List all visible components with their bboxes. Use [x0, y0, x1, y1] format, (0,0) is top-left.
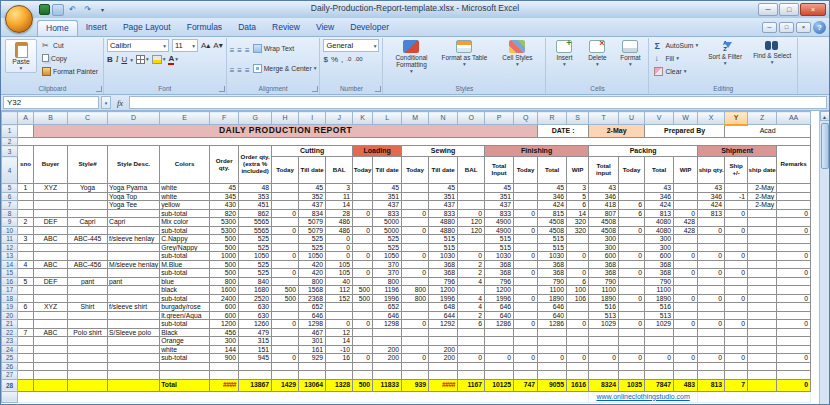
cell[interactable]: 833 — [429, 209, 458, 218]
cell[interactable]: 1429 — [272, 379, 299, 391]
cell[interactable] — [698, 260, 725, 269]
cell[interactable] — [18, 138, 811, 146]
cell[interactable]: 0 — [567, 269, 589, 278]
cell[interactable] — [645, 362, 674, 371]
cell[interactable]: 200 — [373, 345, 402, 354]
cell[interactable]: 1890 — [538, 294, 567, 303]
cell[interactable] — [18, 226, 34, 235]
row-header[interactable]: 23 — [2, 337, 18, 346]
cell[interactable] — [514, 311, 538, 320]
cell[interactable]: 0 — [402, 269, 429, 278]
cell[interactable]: Yoga — [68, 184, 108, 193]
cell[interactable]: 437 — [485, 201, 514, 210]
cell[interactable]: 790 — [645, 277, 674, 286]
cell[interactable] — [34, 371, 68, 380]
column-header-I[interactable]: I — [299, 112, 326, 125]
cell[interactable]: 4508 — [589, 218, 619, 227]
cell[interactable] — [108, 226, 160, 235]
cell[interactable] — [326, 311, 353, 320]
cell[interactable]: 0 — [725, 226, 748, 235]
cell[interactable]: 0 — [485, 354, 514, 363]
cell[interactable] — [725, 243, 748, 252]
cell[interactable]: 796 — [429, 277, 458, 286]
cell[interactable]: 45 — [538, 184, 567, 193]
column-header-Y[interactable]: Y — [725, 112, 748, 125]
cell[interactable]: 368 — [589, 260, 619, 269]
cell[interactable]: 945 — [239, 354, 272, 363]
cell[interactable]: 300 — [589, 235, 619, 244]
cell[interactable]: WIP — [567, 157, 589, 184]
cell[interactable]: 346 — [645, 192, 674, 201]
cell[interactable]: XYZ — [34, 184, 68, 193]
cell[interactable]: 652 — [299, 303, 326, 312]
cell[interactable] — [34, 192, 68, 201]
column-header-W[interactable]: W — [674, 112, 698, 125]
cell[interactable] — [18, 269, 34, 278]
scroll-up-icon[interactable]: ▲ — [820, 111, 830, 121]
cell[interactable] — [353, 243, 373, 252]
cell[interactable]: 500 — [353, 286, 373, 295]
cell[interactable]: 1328 — [326, 379, 353, 391]
cell[interactable] — [748, 286, 777, 295]
cell[interactable] — [326, 371, 353, 380]
cell[interactable] — [777, 311, 811, 320]
cell[interactable]: 4 — [458, 277, 485, 286]
cell[interactable]: 1050 — [373, 252, 402, 261]
column-header-V[interactable]: V — [645, 112, 674, 125]
date-value[interactable]: 2-May — [589, 125, 645, 138]
column-header-N[interactable]: N — [429, 112, 458, 125]
cell[interactable]: 420 — [299, 269, 326, 278]
cell[interactable] — [748, 311, 777, 320]
align-right-icon[interactable] — [245, 59, 250, 77]
cell[interactable]: 45 — [299, 184, 326, 193]
cell[interactable] — [514, 243, 538, 252]
column-header-K[interactable]: K — [353, 112, 373, 125]
cell[interactable]: 525 — [299, 235, 326, 244]
align-center-icon[interactable] — [237, 59, 242, 77]
save-icon[interactable] — [52, 4, 64, 16]
cell[interactable] — [748, 235, 777, 244]
cell[interactable] — [567, 371, 589, 380]
cell[interactable]: Total — [538, 157, 567, 184]
cell[interactable] — [353, 218, 373, 227]
cell[interactable] — [698, 311, 725, 320]
cell[interactable] — [108, 269, 160, 278]
cell[interactable] — [589, 345, 619, 354]
column-header-L[interactable]: L — [373, 112, 402, 125]
cell[interactable]: 14 — [567, 209, 589, 218]
cell[interactable] — [619, 345, 645, 354]
cell[interactable]: 424 — [698, 201, 725, 210]
cell[interactable]: 525 — [299, 243, 326, 252]
cell[interactable]: 9055 — [538, 379, 567, 391]
cell[interactable] — [68, 320, 108, 329]
cell[interactable]: 1298 — [299, 320, 326, 329]
cell[interactable]: 0 — [674, 354, 698, 363]
cell[interactable]: 0 — [402, 354, 429, 363]
cell[interactable]: 0 — [698, 269, 725, 278]
cell[interactable] — [777, 192, 811, 201]
cell[interactable]: 0 — [272, 209, 299, 218]
wrap-text-button[interactable]: Wrap Text — [253, 44, 294, 53]
cell[interactable]: Yoga Pyama — [108, 184, 160, 193]
cell[interactable] — [68, 192, 108, 201]
cell[interactable]: 105 — [326, 269, 353, 278]
cell[interactable] — [725, 371, 748, 380]
cell[interactable]: 513 — [645, 311, 674, 320]
column-header-E[interactable]: E — [160, 112, 210, 125]
cell[interactable]: 2 — [458, 311, 485, 320]
cell[interactable]: 2-May — [748, 184, 777, 193]
cell[interactable]: 630 — [239, 311, 272, 320]
name-box-dropdown-icon[interactable]: ▾ — [101, 96, 111, 109]
cell[interactable]: 11 — [326, 192, 353, 201]
cell[interactable]: ABC — [34, 235, 68, 244]
cell[interactable] — [698, 277, 725, 286]
cell[interactable]: 0 — [272, 320, 299, 329]
cell[interactable] — [514, 192, 538, 201]
cell[interactable] — [567, 243, 589, 252]
cell[interactable]: 600 — [589, 252, 619, 261]
cell[interactable] — [272, 303, 299, 312]
cell[interactable] — [68, 337, 108, 346]
cell[interactable] — [567, 260, 589, 269]
cell[interactable]: 0 — [402, 320, 429, 329]
cell[interactable]: 0 — [777, 354, 811, 363]
